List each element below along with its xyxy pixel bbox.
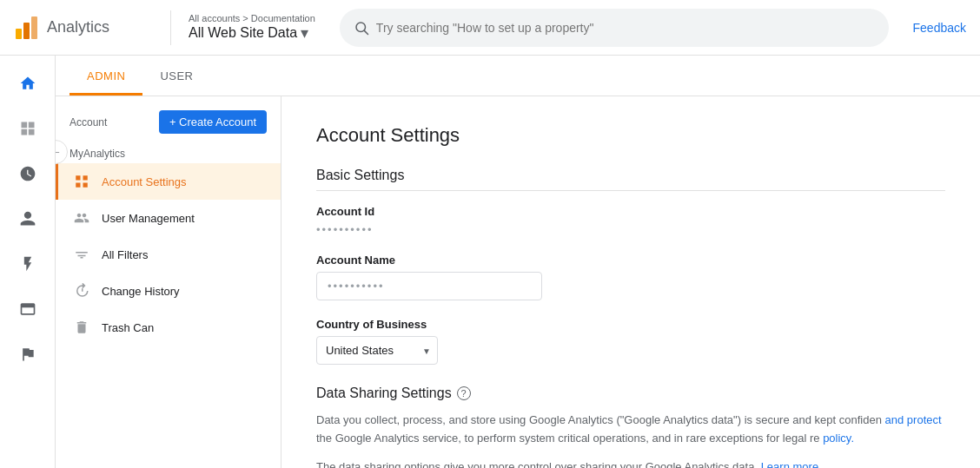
country-field: Country of Business United States United… <box>316 318 945 365</box>
country-label: Country of Business <box>316 318 945 331</box>
sidebar-all-filters-label: All Filters <box>102 248 148 261</box>
sidebar-item-all-filters[interactable]: All Filters <box>56 236 281 273</box>
sidebar-account-settings-label: Account Settings <box>102 175 187 188</box>
svg-line-4 <box>364 30 368 34</box>
layout: ADMIN USER ← Account + Create Account My… <box>0 56 980 468</box>
clock-nav-icon[interactable] <box>7 153 49 194</box>
svg-rect-2 <box>31 16 37 39</box>
svg-rect-0 <box>16 29 22 39</box>
account-id-label: Account Id <box>316 205 945 218</box>
account-selector[interactable]: All accounts > Documentation All Web Sit… <box>189 13 315 43</box>
account-name-label: Account Name <box>316 254 945 267</box>
sidebar-user-management-label: User Management <box>102 212 195 225</box>
user-management-icon <box>72 208 91 227</box>
help-icon[interactable]: ? <box>457 386 471 400</box>
tab-user[interactable]: USER <box>142 56 210 96</box>
data-sharing-link[interactable]: and protect <box>885 413 942 426</box>
account-label: Account <box>70 116 107 129</box>
sidebar-trash-can-label: Trash Can <box>102 321 154 334</box>
main-content: Account Settings Basic Settings Account … <box>281 96 980 468</box>
sidebar-item-user-management[interactable]: User Management <box>56 200 281 236</box>
person-nav-icon[interactable] <box>7 198 49 240</box>
policy-link[interactable]: policy. <box>823 432 854 445</box>
data-sharing-text-2: The data sharing options give you more c… <box>316 458 942 468</box>
left-nav <box>0 56 56 468</box>
logo-text: Analytics <box>47 18 109 36</box>
main-area: ADMIN USER ← Account + Create Account My… <box>56 56 980 468</box>
data-sharing-title-area: Data Sharing Settings ? <box>316 386 945 401</box>
tab-admin[interactable]: ADMIN <box>70 56 142 96</box>
sidebar-item-account-settings[interactable]: Account Settings <box>56 163 281 200</box>
basic-settings-title: Basic Settings <box>316 168 945 191</box>
sidebar-item-change-history[interactable]: Change History <box>56 273 281 309</box>
sidebar: ← Account + Create Account MyAnalytics A… <box>56 96 281 468</box>
data-sharing-text-1: Data you collect, process, and store usi… <box>316 412 942 448</box>
country-select[interactable]: United States United Kingdom Canada Aust… <box>316 336 438 365</box>
card-nav-icon[interactable] <box>7 288 49 330</box>
sidebar-header: Account + Create Account <box>56 107 281 141</box>
data-sharing-title-text: Data Sharing Settings <box>316 386 452 401</box>
sidebar-change-history-label: Change History <box>102 285 180 298</box>
search-icon <box>354 20 369 36</box>
sidebar-section-label: MyAnalytics <box>56 141 281 163</box>
search-bar[interactable] <box>340 9 889 47</box>
lightning-nav-icon[interactable] <box>7 243 49 285</box>
feedback-link[interactable]: Feedback <box>913 21 966 35</box>
account-settings-icon <box>72 172 91 191</box>
account-name-field: Account Name <box>316 254 945 300</box>
change-history-icon <box>72 281 91 300</box>
tabs-bar: ADMIN USER <box>56 56 980 96</box>
svg-rect-1 <box>23 23 30 39</box>
flag-nav-icon[interactable] <box>7 333 49 375</box>
logo-area: Analytics <box>14 15 153 41</box>
topbar-divider <box>170 10 171 45</box>
account-name[interactable]: All Web Site Data ▾ <box>189 23 315 43</box>
trash-can-icon <box>72 318 91 337</box>
page-title: Account Settings <box>316 124 945 147</box>
dashboard-nav-icon[interactable] <box>7 108 49 149</box>
chevron-down-icon: ▾ <box>301 23 308 43</box>
learn-more-link[interactable]: Learn more <box>761 460 818 468</box>
country-select-wrapper[interactable]: United States United Kingdom Canada Aust… <box>316 336 438 365</box>
search-input[interactable] <box>376 21 875 35</box>
account-id-value: •••••••••• <box>316 223 945 236</box>
sidebar-item-trash-can[interactable]: Trash Can <box>56 309 281 346</box>
home-nav-icon[interactable] <box>7 63 49 104</box>
account-path: All accounts > Documentation <box>189 13 315 23</box>
analytics-logo-icon <box>14 15 40 41</box>
account-id-field: Account Id •••••••••• <box>316 205 945 236</box>
account-name-input[interactable] <box>316 272 542 300</box>
content-area: ← Account + Create Account MyAnalytics A… <box>56 96 980 468</box>
all-filters-icon <box>72 245 91 264</box>
create-account-button[interactable]: + Create Account <box>159 110 267 134</box>
topbar: Analytics All accounts > Documentation A… <box>0 0 980 56</box>
